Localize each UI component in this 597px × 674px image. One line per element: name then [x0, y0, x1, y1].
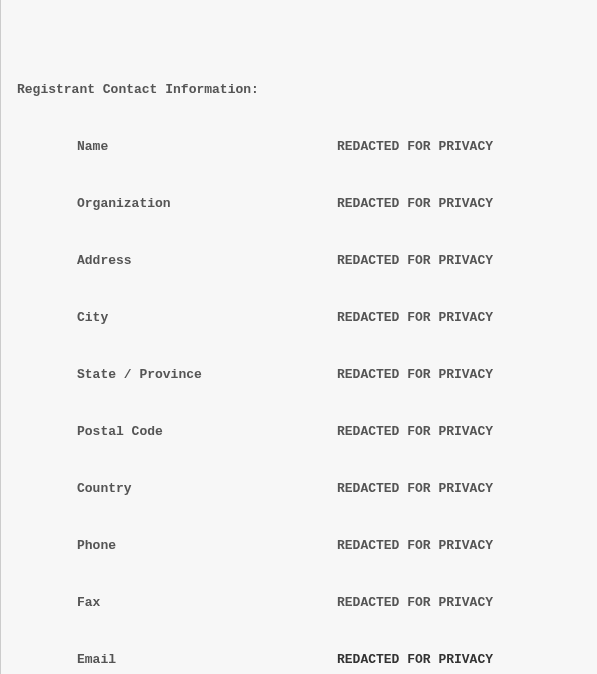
field-label: Address [17, 251, 337, 270]
field-label: Email [17, 650, 337, 669]
contact-row: CountryREDACTED FOR PRIVACY [17, 479, 597, 498]
field-value: REDACTED FOR PRIVACY [337, 137, 597, 156]
contact-row: OrganizationREDACTED FOR PRIVACY [17, 194, 597, 213]
field-label: State / Province [17, 365, 337, 384]
field-label: Country [17, 479, 337, 498]
contact-row: CityREDACTED FOR PRIVACY [17, 308, 597, 327]
field-label: Postal Code [17, 422, 337, 441]
field-label: Organization [17, 194, 337, 213]
field-value: REDACTED FOR PRIVACY [337, 479, 597, 498]
contact-row: FaxREDACTED FOR PRIVACY [17, 593, 597, 612]
contact-row: Postal CodeREDACTED FOR PRIVACY [17, 422, 597, 441]
field-value: REDACTED FOR PRIVACY [337, 650, 597, 669]
field-label: Fax [17, 593, 337, 612]
contact-row: NameREDACTED FOR PRIVACY [17, 137, 597, 156]
field-value: REDACTED FOR PRIVACY [337, 194, 597, 213]
field-value: REDACTED FOR PRIVACY [337, 593, 597, 612]
field-value: REDACTED FOR PRIVACY [337, 422, 597, 441]
field-label: Phone [17, 536, 337, 555]
field-label: City [17, 308, 337, 327]
registrant-section: Registrant Contact Information: NameREDA… [17, 42, 597, 674]
contact-row: State / ProvinceREDACTED FOR PRIVACY [17, 365, 597, 384]
section-header: Registrant Contact Information: [17, 80, 597, 99]
contact-row: PhoneREDACTED FOR PRIVACY [17, 536, 597, 555]
whois-contact-info: Registrant Contact Information: NameREDA… [1, 0, 597, 674]
field-value: REDACTED FOR PRIVACY [337, 308, 597, 327]
field-value: REDACTED FOR PRIVACY [337, 365, 597, 384]
field-value: REDACTED FOR PRIVACY [337, 251, 597, 270]
contact-row: AddressREDACTED FOR PRIVACY [17, 251, 597, 270]
contact-row: EmailREDACTED FOR PRIVACY [17, 650, 597, 669]
field-label: Name [17, 137, 337, 156]
field-value: REDACTED FOR PRIVACY [337, 536, 597, 555]
